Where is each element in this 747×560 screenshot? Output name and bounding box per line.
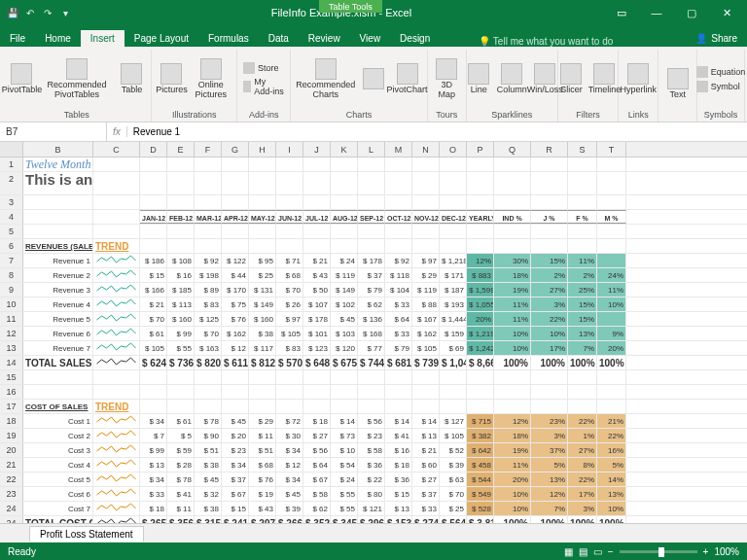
cell[interactable]: $ 265	[140, 516, 167, 523]
cell[interactable]: $ 36	[385, 472, 412, 486]
cell[interactable]: 11%	[494, 312, 531, 326]
cell[interactable]: $ 15	[140, 268, 167, 282]
cell[interactable]	[331, 225, 358, 238]
cell[interactable]: $ 23	[222, 443, 249, 457]
cell[interactable]	[93, 502, 140, 515]
cell[interactable]: $ 7	[140, 429, 167, 442]
ribbon-online-pictures[interactable]: Online Pictures	[189, 56, 232, 102]
qat-customize-icon[interactable]: ▾	[58, 6, 72, 19]
cell[interactable]	[440, 225, 467, 238]
cell[interactable]: $ 97	[412, 254, 440, 267]
cell[interactable]	[93, 458, 140, 472]
cell[interactable]: $ 70	[140, 312, 167, 326]
cell[interactable]: $ 681	[385, 356, 412, 369]
cell[interactable]	[494, 158, 531, 171]
cell[interactable]	[93, 283, 140, 297]
cell[interactable]: 19%	[494, 283, 531, 297]
cell[interactable]: $ 1,219	[467, 327, 494, 340]
cell[interactable]	[140, 158, 167, 171]
save-icon[interactable]: 💾	[6, 6, 19, 19]
cell[interactable]: $ 153	[385, 516, 412, 523]
cell[interactable]: 20%	[467, 312, 494, 326]
cell[interactable]: $ 549	[467, 487, 494, 501]
row-header[interactable]: 8	[0, 268, 23, 282]
ribbon-table[interactable]: Table	[116, 61, 147, 97]
cell[interactable]: 22%	[568, 472, 597, 486]
cell[interactable]: $ 71	[276, 254, 303, 267]
cell[interactable]: $ 16	[167, 268, 195, 282]
cell[interactable]: 15%	[531, 254, 568, 267]
cell[interactable]: $ 89	[195, 283, 222, 297]
cell[interactable]	[276, 225, 303, 238]
cell[interactable]	[93, 472, 140, 486]
cell[interactable]	[385, 225, 412, 238]
cell[interactable]	[331, 385, 358, 399]
cell[interactable]: 10%	[597, 502, 626, 515]
cell[interactable]: M %	[597, 210, 626, 224]
row-header[interactable]: 19	[0, 429, 23, 442]
cell[interactable]	[467, 195, 494, 209]
cell[interactable]: Revenue 2	[23, 268, 93, 282]
cell[interactable]: 10%	[494, 327, 531, 340]
cell[interactable]: $ 352	[303, 516, 331, 523]
cell[interactable]	[412, 370, 440, 384]
cell[interactable]	[467, 172, 494, 194]
cell[interactable]	[467, 400, 494, 413]
cell[interactable]: 30%	[494, 254, 531, 267]
cell[interactable]	[140, 385, 167, 399]
name-box[interactable]: B7	[0, 122, 107, 141]
cell[interactable]	[276, 239, 303, 253]
cell[interactable]: 100%	[494, 356, 531, 369]
cell[interactable]: $ 1,043	[440, 356, 467, 369]
cell[interactable]: $ 29	[249, 414, 276, 428]
cell[interactable]: 10%	[494, 341, 531, 355]
cell[interactable]: 5%	[597, 458, 626, 472]
cell[interactable]	[23, 370, 93, 384]
cell[interactable]: $ 127	[440, 414, 467, 428]
cell[interactable]: $ 70	[195, 327, 222, 340]
col-header[interactable]: M	[385, 142, 412, 157]
cell[interactable]: 100%	[568, 516, 597, 523]
cell[interactable]: $ 83	[276, 341, 303, 355]
cell[interactable]	[597, 172, 626, 194]
cell[interactable]	[93, 341, 140, 355]
col-header[interactable]: R	[531, 142, 568, 157]
cell[interactable]: $ 198	[195, 268, 222, 282]
cell[interactable]: $ 36	[358, 458, 385, 472]
cell[interactable]: $ 63	[440, 472, 467, 486]
cell[interactable]: $ 32	[195, 487, 222, 501]
cell[interactable]: $ 105	[140, 341, 167, 355]
row-header[interactable]: 23	[0, 487, 23, 501]
cell[interactable]	[23, 385, 93, 399]
cell[interactable]: $ 13	[385, 502, 412, 515]
cell[interactable]	[93, 385, 140, 399]
cell[interactable]: $ 21	[303, 254, 331, 267]
formula-bar[interactable]: Revenue 1	[127, 126, 747, 137]
cell[interactable]: $ 26	[276, 298, 303, 311]
col-header[interactable]: L	[358, 142, 385, 157]
cell[interactable]: $ 119	[412, 283, 440, 297]
tell-me-search[interactable]: 💡 Tell me what you want to do	[479, 36, 613, 47]
cell[interactable]: 12%	[494, 414, 531, 428]
cell[interactable]	[531, 172, 568, 194]
cell[interactable]	[167, 400, 195, 413]
cell[interactable]: $ 149	[331, 283, 358, 297]
ribbon-pivotchart[interactable]: PivotChart	[391, 61, 423, 97]
cell[interactable]	[222, 225, 249, 238]
cell[interactable]: $ 52	[440, 443, 467, 457]
cell[interactable]: $ 73	[331, 429, 358, 442]
cell[interactable]	[249, 172, 276, 194]
cell[interactable]: Cost 4	[23, 458, 93, 472]
col-header[interactable]: B	[23, 142, 93, 157]
cell[interactable]	[303, 225, 331, 238]
cell[interactable]: $ 382	[467, 429, 494, 442]
cell[interactable]: $ 458	[467, 458, 494, 472]
cell[interactable]	[222, 172, 249, 194]
cell[interactable]: TREND	[93, 400, 140, 413]
row-header[interactable]: 9	[0, 283, 23, 297]
cell[interactable]	[568, 172, 597, 194]
row-header[interactable]: 15	[0, 370, 23, 384]
cell[interactable]: $ 121	[358, 502, 385, 515]
cell[interactable]: $ 570	[276, 356, 303, 369]
cell[interactable]	[249, 400, 276, 413]
